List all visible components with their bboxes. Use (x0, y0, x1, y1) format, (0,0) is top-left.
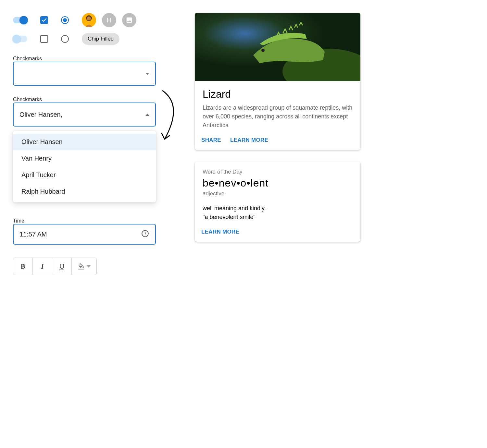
switch-off[interactable] (13, 36, 27, 42)
checkbox-checked[interactable] (40, 16, 48, 24)
format-toggle-group: B I U (13, 258, 97, 275)
select-checkmarks-open[interactable]: Oliver Hansen, (13, 103, 156, 127)
select-checkmarks-closed[interactable] (13, 62, 156, 86)
menu-item-april-tucker[interactable]: April Tucker (13, 167, 156, 183)
wotd-label: Word of the Day (203, 169, 353, 175)
underline-button[interactable]: U (52, 258, 72, 275)
time-label: Time (13, 218, 24, 224)
italic-button[interactable]: I (33, 258, 52, 275)
wotd-word: be•nev•o•lent (203, 177, 353, 189)
dropdown-arrow-icon (87, 265, 91, 268)
share-button[interactable]: SHARE (201, 137, 221, 143)
svg-point-2 (87, 17, 91, 20)
chip-filled[interactable]: Chip Filled (82, 33, 119, 45)
menu-item-van-henry[interactable]: Van Henry (13, 150, 156, 167)
radio-unchecked[interactable] (61, 35, 69, 43)
radio-checked[interactable] (61, 16, 69, 24)
bold-button[interactable]: B (13, 258, 33, 275)
card-lizard-image (195, 13, 360, 81)
card-lizard: Lizard Lizards are a widespread group of… (195, 13, 360, 150)
arrow-annotation (157, 89, 187, 144)
card-lizard-title: Lizard (203, 88, 353, 100)
select1-label: Checkmarks (13, 56, 42, 61)
clock-icon (141, 229, 149, 239)
svg-point-7 (261, 49, 265, 52)
svg-rect-4 (78, 269, 84, 270)
chevron-up-icon (145, 114, 149, 116)
avatar-letter[interactable]: H (102, 13, 116, 27)
switch-on[interactable] (13, 17, 27, 23)
card-word-of-the-day: Word of the Day be•nev•o•lent adjective … (195, 162, 360, 242)
time-value: 11:57 AM (19, 231, 47, 238)
select-dropdown-menu: Oliver Hansen Van Henry April Tucker Ral… (13, 131, 156, 202)
chevron-down-icon (145, 73, 149, 75)
learn-more-button[interactable]: LEARN MORE (230, 137, 268, 143)
menu-item-oliver-hansen[interactable]: Oliver Hansen (13, 134, 156, 150)
wotd-definition: well meaning and kindly. "a benevolent s… (203, 204, 353, 222)
time-input[interactable]: 11:57 AM (13, 224, 156, 245)
select2-value: Oliver Hansen, (19, 111, 62, 118)
format-color-fill-icon (78, 263, 85, 270)
checkbox-unchecked[interactable] (40, 35, 48, 43)
avatar-image-placeholder[interactable] (122, 13, 136, 27)
menu-item-ralph-hubbard[interactable]: Ralph Hubbard (13, 183, 156, 200)
text-color-button[interactable] (72, 258, 96, 275)
avatar-photo[interactable] (82, 13, 96, 27)
wotd-part-of-speech: adjective (203, 190, 353, 197)
card-lizard-text: Lizards are a widespread group of squama… (203, 103, 353, 130)
select2-label: Checkmarks (13, 97, 42, 102)
wotd-learn-more-button[interactable]: LEARN MORE (201, 229, 239, 235)
